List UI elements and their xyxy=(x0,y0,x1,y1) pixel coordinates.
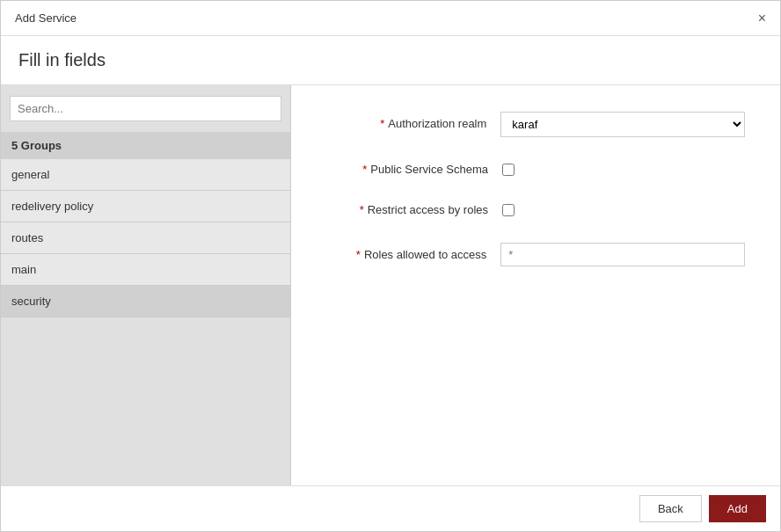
sidebar-item-routes[interactable]: routes xyxy=(1,222,290,254)
modal-body: 5 Groups general redelivery policy route… xyxy=(1,85,780,485)
required-star-4: * xyxy=(356,248,361,261)
label-authorization-realm: *Authorization realm xyxy=(326,116,500,132)
modal-subtitle: Fill in fields xyxy=(1,36,780,85)
sidebar-item-redelivery-policy[interactable]: redelivery policy xyxy=(1,191,290,222)
label-public-service-schema: *Public Service Schema xyxy=(326,162,502,178)
required-star: * xyxy=(380,117,384,130)
field-public-service-schema: *Public Service Schema xyxy=(326,162,745,178)
add-button[interactable]: Add xyxy=(709,495,766,522)
field-roles-allowed: *Roles allowed to access xyxy=(326,243,745,266)
form-content: *Authorization realm karaf *Public Servi… xyxy=(291,85,780,485)
field-authorization-realm: *Authorization realm karaf xyxy=(326,112,745,137)
add-service-modal: Add Service × Fill in fields 5 Groups ge… xyxy=(0,0,781,532)
groups-header: 5 Groups xyxy=(1,132,290,159)
checkbox-restrict-access[interactable] xyxy=(502,204,515,216)
checkbox-public-service-schema[interactable] xyxy=(502,164,515,176)
select-authorization-realm[interactable]: karaf xyxy=(500,112,745,137)
field-restrict-access: *Restrict access by roles xyxy=(326,202,745,218)
modal-title: Add Service xyxy=(15,11,77,25)
input-roles-allowed[interactable] xyxy=(500,243,745,266)
label-roles-allowed: *Roles allowed to access xyxy=(326,247,500,263)
back-button[interactable]: Back xyxy=(639,495,702,522)
modal-footer: Back Add xyxy=(1,485,780,531)
sidebar-item-general[interactable]: general xyxy=(1,159,290,191)
search-input[interactable] xyxy=(10,96,281,121)
required-star-2: * xyxy=(362,163,367,176)
sidebar-item-security[interactable]: security xyxy=(1,286,290,317)
required-star-3: * xyxy=(360,203,364,216)
modal-header: Add Service × xyxy=(1,1,780,36)
label-restrict-access: *Restrict access by roles xyxy=(326,202,502,218)
sidebar-item-main[interactable]: main xyxy=(1,254,290,286)
close-button[interactable]: × xyxy=(758,11,766,26)
sidebar: 5 Groups general redelivery policy route… xyxy=(1,85,291,485)
